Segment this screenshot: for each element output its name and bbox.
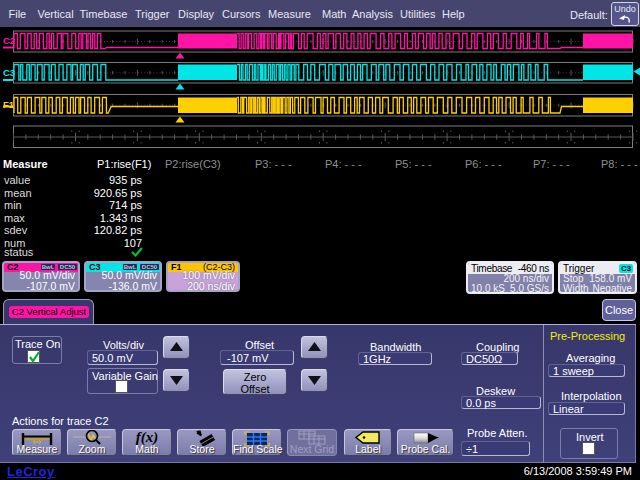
svg-text:C3: C3: [3, 67, 15, 78]
svg-text:F1: F1: [3, 99, 15, 110]
svg-text:C2: C2: [3, 35, 15, 46]
